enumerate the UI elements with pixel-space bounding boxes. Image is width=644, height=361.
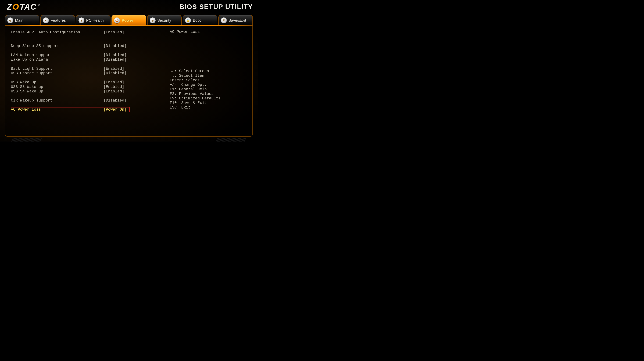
tab-main[interactable]: ◎Main: [5, 15, 39, 25]
key-hint: F9: Optimized Defaults: [170, 96, 252, 101]
spacer: [11, 39, 166, 44]
setting-value: [Disabled]: [104, 44, 126, 48]
setting-label: AC Power Loss: [11, 107, 104, 112]
key-hint: Enter: Select: [170, 78, 252, 83]
setting-label: USB Charge support: [11, 71, 104, 75]
tab-icon: 🔒: [185, 17, 191, 23]
tab-label: Boot: [193, 18, 201, 23]
setting-row[interactable]: USB Charge support[Disabled]: [11, 71, 166, 75]
tab-label: Save&Exit: [228, 18, 246, 23]
spacer: [11, 34, 166, 39]
key-hint: ESC: Exit: [170, 105, 252, 110]
setting-value: [Disabled]: [104, 98, 126, 103]
brand-text: Z: [7, 2, 12, 11]
setting-value: [Disabled]: [104, 57, 126, 62]
spacer: [11, 94, 166, 98]
tab-label: Main: [15, 18, 24, 23]
key-hint: F1: General Help: [170, 87, 252, 92]
decor-hash-left: [12, 138, 41, 142]
setting-row[interactable]: Back Light Support[Enabled]: [11, 66, 166, 71]
setting-row[interactable]: USB Wake up[Enabled]: [11, 80, 166, 85]
key-hint: →←: Select Screen: [170, 69, 252, 73]
help-title: AC Power Loss: [170, 30, 252, 34]
key-hint: +/-: Change Opt.: [170, 83, 252, 87]
tab-icon: ⟲: [221, 17, 227, 23]
setting-row[interactable]: Enable ACPI Auto Configuration[Enabled]: [11, 30, 166, 34]
spacer: [11, 103, 166, 107]
setting-label: Enable ACPI Auto Configuration: [11, 30, 104, 34]
setting-row[interactable]: Wake Up on Alarm[Disabled]: [11, 57, 166, 62]
setting-value: [Power On]: [104, 107, 126, 112]
header-bar: ZOTAC® BIOS SETUP UTILITY: [0, 0, 258, 14]
setting-label: Deep Sleep S5 support: [11, 44, 104, 48]
setting-label: CIR Wakeup support: [11, 98, 104, 103]
setting-row[interactable]: Deep Sleep S5 support[Disabled]: [11, 44, 166, 48]
tab-icon: ❇: [78, 17, 84, 23]
tab-icon: ⏻: [114, 17, 120, 23]
tab-icon: ✖: [43, 17, 49, 23]
setting-row[interactable]: AC Power Loss[Power On]: [11, 107, 129, 112]
tab-icon: ◐: [150, 17, 156, 23]
setting-value: [Enabled]: [104, 66, 124, 71]
content-panel: Enable ACPI Auto Configuration[Enabled]D…: [5, 26, 253, 137]
spacer: [11, 48, 166, 53]
tab-save-exit[interactable]: ⟲Save&Exit: [218, 15, 253, 25]
settings-list: Enable ACPI Auto Configuration[Enabled]D…: [5, 26, 166, 136]
setting-value: [Enabled]: [104, 89, 124, 94]
tab-label: Features: [50, 18, 66, 23]
key-hint: ↑↓: Select Item: [170, 73, 252, 78]
tab-icon: ◎: [7, 17, 13, 23]
setting-value: [Enabled]: [104, 80, 124, 85]
tab-label: Power: [122, 18, 133, 23]
key-hint: F10: Save & Exit: [170, 101, 252, 105]
app-title: BIOS SETUP UTILITY: [179, 3, 253, 11]
setting-row[interactable]: CIR Wakeup support[Disabled]: [11, 98, 166, 103]
brand-logo: ZOTAC®: [7, 2, 40, 11]
setting-label: USB S4 Wake up: [11, 89, 104, 94]
setting-label: USB Wake up: [11, 80, 104, 85]
tab-label: Security: [157, 18, 171, 23]
brand-o: O: [12, 2, 19, 11]
trademark-icon: ®: [38, 3, 40, 7]
tab-power[interactable]: ⏻Power: [112, 15, 146, 25]
tab-row: ◎Main✖Features❇PC Health⏻Power◐Security🔒…: [0, 14, 258, 25]
setting-row[interactable]: LAN Wakeup support[Disabled]: [11, 53, 166, 57]
key-legend: →←: Select Screen↑↓: Select ItemEnter: S…: [170, 69, 252, 110]
tab-pc-health[interactable]: ❇PC Health: [76, 15, 110, 25]
brand-text: TAC: [20, 2, 36, 11]
setting-label: Back Light Support: [11, 66, 104, 71]
tab-boot[interactable]: 🔒Boot: [183, 15, 217, 25]
decor-hash-right: [216, 138, 246, 142]
setting-value: [Disabled]: [104, 71, 126, 75]
tab-label: PC Health: [86, 18, 104, 23]
setting-value: [Enabled]: [104, 85, 124, 89]
tab-features[interactable]: ✖Features: [40, 15, 75, 25]
tab-security[interactable]: ◐Security: [147, 15, 182, 25]
help-panel: AC Power Loss →←: Select Screen↑↓: Selec…: [166, 26, 252, 136]
setting-label: USB S3 Wake up: [11, 85, 104, 89]
setting-row[interactable]: USB S4 Wake up[Enabled]: [11, 89, 166, 94]
bios-screen: ZOTAC® BIOS SETUP UTILITY ◎Main✖Features…: [0, 0, 258, 143]
setting-label: LAN Wakeup support: [11, 53, 104, 57]
setting-value: [Disabled]: [104, 53, 126, 57]
spacer: [11, 75, 166, 80]
key-hint: F2: Previous Values: [170, 92, 252, 96]
setting-label: Wake Up on Alarm: [11, 57, 104, 62]
spacer: [11, 62, 166, 66]
setting-row[interactable]: USB S3 Wake up[Enabled]: [11, 85, 166, 89]
setting-value: [Enabled]: [104, 30, 124, 34]
